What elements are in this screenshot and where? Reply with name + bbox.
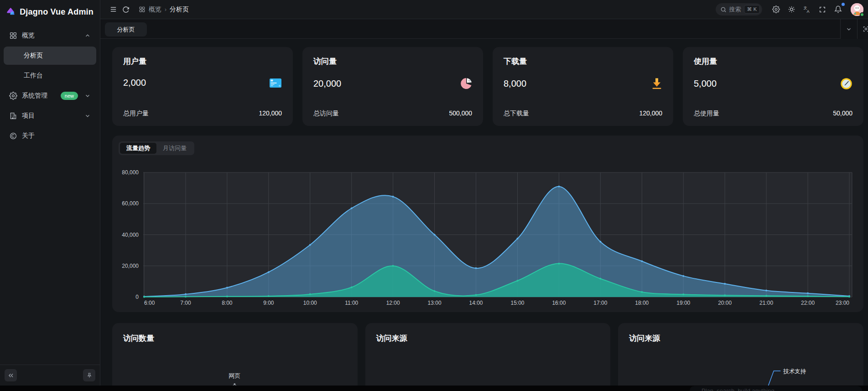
- search-icon: [720, 6, 727, 13]
- visit-source-pie-card: 访问来源: [365, 323, 611, 391]
- visit-count-card: 访问数量 网页: [112, 323, 358, 391]
- tab-list-dropdown-button[interactable]: [840, 19, 857, 39]
- settings-button[interactable]: [769, 3, 782, 16]
- pie-slice-label: 技术支持: [783, 368, 807, 375]
- stat-footer-label: 总使用量: [694, 109, 719, 118]
- chevron-down-icon: [84, 113, 91, 119]
- stat-card-value: 5,000: [694, 78, 717, 89]
- sidebar-item-label: 项目: [22, 112, 35, 120]
- tab-label: 月访问量: [163, 144, 187, 152]
- breadcrumb-current: 分析页: [170, 5, 189, 14]
- fullscreen-icon: [819, 6, 826, 13]
- download-icon: [651, 78, 662, 90]
- svg-text:11:00: 11:00: [345, 300, 358, 306]
- grid-icon: [139, 6, 146, 13]
- pin-sidebar-button[interactable]: [83, 369, 95, 381]
- refresh-icon: [122, 6, 130, 13]
- online-status-dot: [860, 12, 864, 17]
- sidebar-item-label: 关于: [22, 132, 35, 140]
- maximize-icon: [863, 26, 868, 32]
- svg-text:21:00: 21:00: [759, 300, 773, 306]
- chevron-down-icon: [84, 93, 91, 99]
- stat-footer-value: 500,000: [449, 109, 472, 118]
- user-avatar[interactable]: [851, 3, 863, 16]
- card-title: 访问来源: [376, 333, 600, 344]
- svg-text:16:00: 16:00: [552, 300, 566, 306]
- stat-footer-label: 总访问量: [313, 109, 339, 118]
- notification-dot: [842, 3, 845, 6]
- svg-text:9:00: 9:00: [263, 300, 274, 306]
- stat-card-title: 下载量: [504, 56, 662, 67]
- maximize-content-button[interactable]: [857, 19, 868, 39]
- chevrons-left-icon: [8, 372, 14, 379]
- credit-card-icon: [269, 78, 282, 88]
- traffic-trend-chart[interactable]: 020,00040,00060,00080,0006:007:008:009:0…: [112, 136, 863, 312]
- search-placeholder: 搜索: [729, 5, 741, 14]
- app-header[interactable]: Djagno Vue Admin: [0, 0, 100, 24]
- copyright-icon: [9, 132, 17, 140]
- stat-card-users: 用户量 2,000 总用户量 120,000: [112, 47, 293, 126]
- sidebar: Djagno Vue Admin 概览 分析页 工作台 系统管理 new: [0, 0, 100, 391]
- notifications-button[interactable]: [832, 3, 844, 16]
- theme-toggle-button[interactable]: [785, 3, 798, 16]
- stat-card-value: 2,000: [123, 78, 146, 88]
- stat-card-title: 用户量: [123, 56, 282, 67]
- traffic-trend-card: 流量趋势 月访问量 020,00040,00060,00080,0006:007…: [112, 136, 863, 312]
- svg-text:20:00: 20:00: [718, 300, 732, 306]
- tab-traffic-trend[interactable]: 流量趋势: [120, 143, 156, 154]
- stat-card-value: 20,000: [313, 78, 341, 89]
- command-bar-overlay[interactable]: Plan, search, build anything: [690, 386, 862, 391]
- sidebar-item-project[interactable]: 项目: [4, 107, 96, 125]
- svg-text:10:00: 10:00: [303, 300, 317, 306]
- breadcrumb-root[interactable]: 概览: [149, 5, 161, 14]
- chevron-up-icon: [84, 32, 91, 39]
- svg-text:8:00: 8:00: [222, 300, 233, 306]
- sidebar-item-system[interactable]: 系统管理 new: [4, 87, 96, 105]
- collapse-sidebar-button[interactable]: [5, 369, 17, 381]
- sidebar-menu: 概览 分析页 工作台 系统管理 new: [0, 24, 100, 365]
- toggle-menu-button[interactable]: [107, 3, 120, 16]
- app-logo-icon: [6, 5, 15, 19]
- svg-text:0: 0: [135, 294, 139, 300]
- search-shortcut: ⌘ K: [744, 5, 760, 14]
- search-input[interactable]: 搜索 ⌘ K: [716, 3, 762, 16]
- sidebar-item-overview[interactable]: 概览: [4, 26, 96, 45]
- sidebar-footer: [0, 365, 100, 386]
- stat-card-downloads: 下载量 8,000 总下载量 120,000: [493, 47, 673, 126]
- top-bar: 概览 › 分析页 搜索 ⌘ K 文 A: [100, 0, 868, 19]
- stat-cards-row: 用户量 2,000 总用户量 120,000 访问量 20,000 %: [112, 47, 863, 126]
- stat-card-title: 访问量: [313, 56, 472, 67]
- svg-text:7:00: 7:00: [180, 300, 191, 306]
- svg-text:14:00: 14:00: [469, 300, 483, 306]
- translate-icon: 文 A: [803, 5, 811, 13]
- svg-text:13:00: 13:00: [428, 300, 442, 306]
- svg-text:18:00: 18:00: [635, 300, 649, 306]
- clock-icon: [840, 78, 852, 90]
- breadcrumb: 概览 › 分析页: [139, 5, 189, 14]
- hamburger-icon: [109, 5, 117, 13]
- refresh-button[interactable]: [120, 3, 132, 16]
- tab-label: 流量趋势: [126, 144, 150, 152]
- card-title: 访问来源: [629, 333, 852, 344]
- svg-text:19:00: 19:00: [676, 300, 690, 306]
- bell-icon: [834, 5, 842, 13]
- tab-monthly-visits[interactable]: 月访问量: [156, 143, 193, 154]
- tab-analytics[interactable]: 分析页: [105, 22, 147, 36]
- svg-text:20,000: 20,000: [122, 263, 139, 269]
- sun-icon: [788, 5, 795, 13]
- sidebar-item-analytics[interactable]: 分析页: [4, 47, 96, 65]
- svg-text:23:00: 23:00: [836, 300, 849, 306]
- bottom-cards-row: 访问数量 网页 访问来源 访问来源 技术支持: [112, 323, 863, 391]
- language-button[interactable]: 文 A: [800, 3, 813, 16]
- sidebar-item-label: 分析页: [24, 52, 43, 60]
- command-bar-hint: Plan, search, build anything: [690, 386, 862, 391]
- sidebar-item-label: 系统管理: [22, 92, 47, 100]
- sidebar-item-label: 工作台: [24, 72, 43, 80]
- pin-icon: [86, 372, 93, 379]
- chevron-down-icon: [846, 26, 852, 32]
- sidebar-item-about[interactable]: 关于: [4, 127, 96, 145]
- sidebar-item-workbench[interactable]: 工作台: [4, 67, 96, 85]
- stat-card-usage: 使用量 5,000 总使用量 50,000: [683, 47, 863, 126]
- fullscreen-button[interactable]: [816, 3, 829, 16]
- svg-text:15:00: 15:00: [510, 300, 524, 306]
